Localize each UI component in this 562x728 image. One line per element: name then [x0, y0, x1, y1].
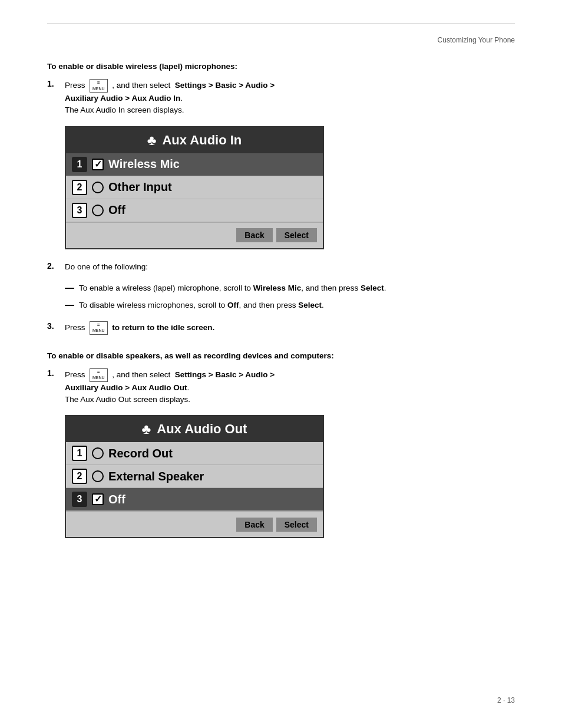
s2-item1-num: 1 [72, 446, 87, 461]
menu-icon-lines-3: ≡MENU [92, 370, 105, 381]
section1-step2: 2. Do one of the following: [47, 261, 515, 273]
aux-audio-in-screen: ♣ Aux Audio In 1 Wireless Mic 2 Other In… [65, 126, 324, 249]
screen1-item-3: 3 Off [66, 199, 323, 222]
screen1-back-button[interactable]: Back [236, 228, 272, 242]
header-text: Customizing Your Phone [438, 36, 515, 44]
screen2-header: ♣ Aux Audio Out [66, 416, 323, 442]
screen1-header: ♣ Aux Audio In [66, 127, 323, 153]
top-divider [47, 24, 515, 24]
screen1-item-2: 2 Other Input [66, 176, 323, 199]
s2-step1-text-before: Press [65, 370, 85, 379]
page-container: Customizing Your Phone To enable or disa… [0, 0, 562, 585]
screen2-body: 1 Record Out 2 External Speaker 3 Off [66, 442, 323, 511]
screen1-select-button[interactable]: Select [276, 228, 317, 242]
s2-item2-label: External Speaker [108, 470, 204, 483]
step3-text-before: Press [65, 323, 85, 332]
aux-audio-out-screen: ♣ Aux Audio Out 1 Record Out 2 External … [65, 415, 324, 538]
section2-heading: To enable or disable speakers, as well a… [47, 351, 515, 360]
s2-step1-subtext: The Aux Audio Out screen displays. [65, 395, 190, 404]
step2-number: 2. [47, 261, 59, 271]
menu-icon-lines-2: ≡MENU [92, 322, 105, 334]
s2-item2-num: 2 [72, 469, 87, 484]
section1-step3: 3. Press ≡MENU to return to the idle scr… [47, 321, 515, 335]
screen1-footer: Back Select [66, 222, 323, 248]
menu-icon-1: ≡MENU [90, 79, 108, 93]
screen2-back-button[interactable]: Back [236, 518, 272, 532]
item2-num: 2 [72, 180, 87, 195]
item2-label: Other Input [108, 180, 172, 194]
s2-item1-label: Record Out [108, 447, 173, 460]
s2-item3-check [92, 493, 104, 505]
bullet1-text: To enable a wireless (lapel) microphone,… [79, 282, 386, 294]
s2-step1-bold-path: Settings > Basic > Audio > [175, 370, 275, 379]
item3-label: Off [108, 203, 125, 217]
screen2-item-2: 2 External Speaker [66, 465, 323, 488]
bullet2-text: To disable wireless microphones, scroll … [79, 299, 324, 311]
bullet-dash-2: — [65, 299, 74, 312]
step1-content: Press ≡MENU , and then select Settings >… [65, 79, 515, 117]
item1-check-icon [92, 159, 104, 170]
screen2-item-3: 3 Off [66, 488, 323, 511]
step2-content: Do one of the following: [65, 261, 515, 273]
step3-content: Press ≡MENU to return to the idle screen… [65, 321, 515, 335]
s2-item2-radio [92, 470, 104, 482]
section2-step1: 1. Press ≡MENU , and then select Setting… [47, 368, 515, 406]
s2-item1-radio [92, 447, 104, 459]
s2-step1-content: Press ≡MENU , and then select Settings >… [65, 368, 515, 406]
screen2-select-button[interactable]: Select [276, 518, 317, 532]
bullet-item-1: — To enable a wireless (lapel) microphon… [65, 282, 515, 295]
step1-text-middle: , and then select [112, 81, 170, 90]
page-number: 2 · 13 [497, 696, 515, 704]
s2-step1-bold-path2: Auxiliary Audio > Aux Audio Out [65, 383, 187, 392]
bullet-dash-1: — [65, 282, 74, 295]
step2-text: Do one of the following: [65, 262, 148, 271]
step3-number: 3. [47, 321, 59, 331]
menu-icon-2: ≡MENU [90, 321, 108, 335]
item2-radio [92, 182, 104, 193]
screen1-item-1: 1 Wireless Mic [66, 153, 323, 176]
section1-step1: 1. Press ≡MENU , and then select Setting… [47, 79, 515, 117]
step3-bold: to return to the idle screen. [112, 323, 214, 332]
screen2-arrow-icon: ♣ [142, 421, 151, 437]
bullet-list: — To enable a wireless (lapel) microphon… [65, 282, 515, 312]
item1-label: Wireless Mic [108, 157, 180, 171]
item1-num: 1 [72, 157, 87, 172]
step1-number: 1. [47, 79, 59, 88]
step1-bold-path: Settings > Basic > Audio > [175, 81, 275, 90]
step1-bold-path2: Auxiliary Audio > Aux Audio In [65, 94, 180, 103]
screen2-title: Aux Audio Out [157, 421, 247, 437]
s2-item3-num: 3 [72, 492, 87, 507]
step1-text-before: Press [65, 81, 85, 90]
s2-step1-text-middle: , and then select [112, 370, 170, 379]
item3-num: 3 [72, 203, 87, 218]
s2-step1-number: 1. [47, 368, 59, 378]
screen2-footer: Back Select [66, 511, 323, 537]
menu-icon-3: ≡MENU [90, 368, 108, 382]
page-header: Customizing Your Phone [47, 36, 515, 44]
screen1-title: Aux Audio In [162, 133, 242, 148]
menu-icon-lines: ≡MENU [92, 80, 105, 91]
screen1-body: 1 Wireless Mic 2 Other Input 3 Off [66, 153, 323, 222]
bullet-item-2: — To disable wireless microphones, scrol… [65, 299, 515, 312]
item3-radio [92, 205, 104, 216]
step1-subtext: The Aux Audio In screen displays. [65, 106, 184, 114]
section1-heading: To enable or disable wireless (lapel) mi… [47, 62, 515, 71]
screen2-item-1: 1 Record Out [66, 442, 323, 465]
s2-item3-label: Off [108, 493, 125, 506]
screen1-arrow-icon: ♣ [147, 132, 157, 149]
